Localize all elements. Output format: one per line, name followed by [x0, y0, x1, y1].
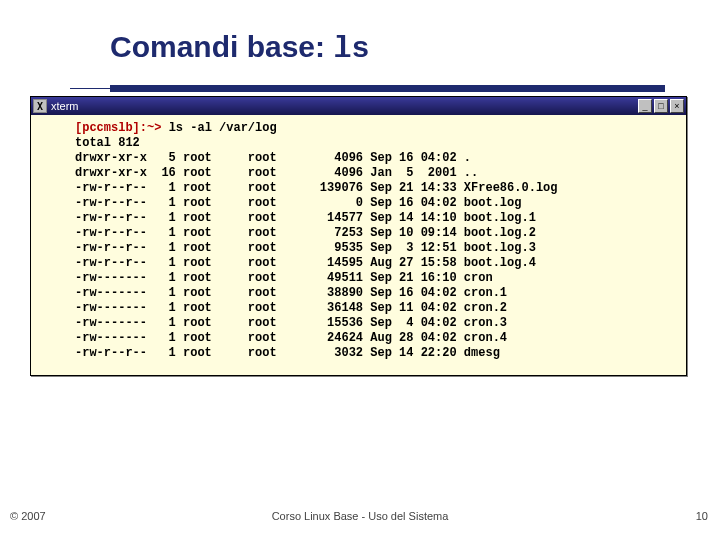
footer-text: Corso Linux Base - Uso del Sistema — [0, 510, 720, 522]
xterm-app-icon: X — [33, 99, 47, 113]
minimize-button[interactable]: _ — [638, 99, 652, 113]
terminal-output[interactable]: [pccmslb]:~> ls -al /var/log total 812 d… — [31, 115, 686, 375]
xterm-window: X xterm _ □ × [pccmslb]:~> ls -al /var/l… — [30, 96, 687, 376]
xterm-titlebar[interactable]: X xterm _ □ × — [31, 97, 686, 115]
maximize-button[interactable]: □ — [654, 99, 668, 113]
title-command: ls — [333, 32, 369, 66]
title-text: Comandi base: — [110, 30, 333, 63]
close-button[interactable]: × — [670, 99, 684, 113]
page-number: 10 — [696, 510, 708, 522]
xterm-title-text: xterm — [51, 100, 79, 112]
slide-title: Comandi base: ls — [110, 30, 369, 66]
